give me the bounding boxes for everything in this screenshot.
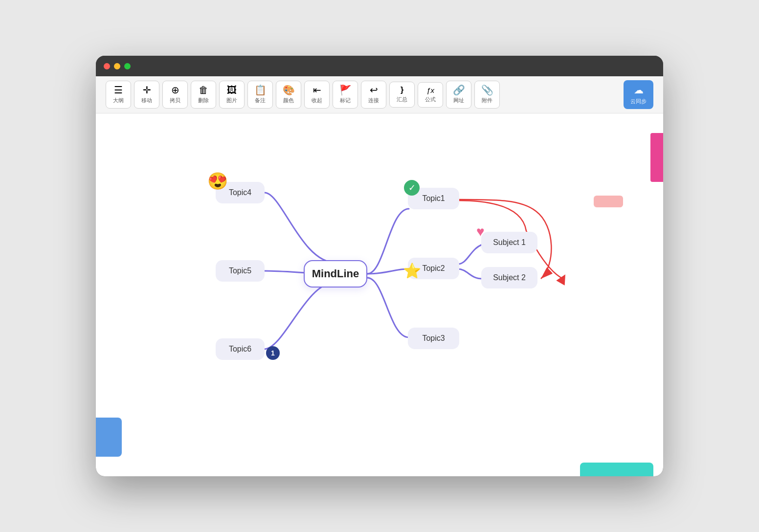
subject1-label: Subject 1 xyxy=(493,238,526,247)
url-button[interactable]: 🔗 网址 xyxy=(446,81,471,109)
topic3-label: Topic3 xyxy=(422,334,445,343)
topic4-label: Topic4 xyxy=(229,188,251,197)
image-label: 图片 xyxy=(226,97,237,104)
deco-pink xyxy=(650,133,663,182)
move-icon: ✛ xyxy=(143,85,151,95)
cloud-sync-button[interactable]: ☁ 云同步 xyxy=(624,80,653,109)
subject2-label: Subject 2 xyxy=(493,273,526,282)
minimize-button[interactable] xyxy=(114,63,120,69)
attach-button[interactable]: 📎 附件 xyxy=(474,81,500,109)
formula-label: 公式 xyxy=(425,96,436,103)
link-icon: ↩ xyxy=(370,85,378,95)
topic1-label: Topic1 xyxy=(422,194,445,203)
flag-label: 标记 xyxy=(340,97,351,104)
image-button[interactable]: 🖼 图片 xyxy=(219,81,245,109)
topic2-label: Topic2 xyxy=(422,264,445,273)
star-sticker: ⭐ xyxy=(403,262,421,279)
outline-icon: ☰ xyxy=(114,85,123,95)
cloud-icon: ☁ xyxy=(634,84,644,96)
heart-sticker: ♥ xyxy=(476,224,485,240)
outline-button[interactable]: ☰ 大纲 xyxy=(106,81,131,109)
outline-label: 大纲 xyxy=(113,97,124,104)
deco-blue-left xyxy=(96,418,122,457)
attach-label: 附件 xyxy=(482,97,492,104)
center-label: MindLine xyxy=(312,267,359,280)
delete-button[interactable]: 🗑 删除 xyxy=(191,81,216,109)
move-button[interactable]: ✛ 移动 xyxy=(134,81,159,109)
subject1-node[interactable]: Subject 1 xyxy=(481,232,537,253)
color-button[interactable]: 🎨 颜色 xyxy=(276,81,301,109)
subject2-node[interactable]: Subject 2 xyxy=(481,267,537,288)
flag-button[interactable]: 🚩 标记 xyxy=(333,81,358,109)
note-icon: 📋 xyxy=(254,85,267,95)
collapse-button[interactable]: ⇤ 收起 xyxy=(304,81,330,109)
note-label: 备注 xyxy=(255,97,266,104)
number-badge: 1 xyxy=(266,346,280,360)
delete-label: 删除 xyxy=(198,97,209,104)
attach-icon: 📎 xyxy=(481,85,493,95)
titlebar xyxy=(96,56,663,76)
move-label: 移动 xyxy=(141,97,152,104)
copy-icon: ⊕ xyxy=(171,85,179,95)
pink-rect-sticker xyxy=(594,196,623,207)
check-icon: ✓ xyxy=(408,182,416,193)
deco-teal xyxy=(580,463,653,476)
mindmap-canvas: MindLine Topic1 Topic2 Topic3 Topic4 Top… xyxy=(96,113,663,476)
collapse-icon: ⇤ xyxy=(313,85,321,95)
badge-number-label: 1 xyxy=(271,349,275,357)
toolbar: ☰ 大纲 ✛ 移动 ⊕ 拷贝 🗑 删除 🖼 图片 📋 备注 🎨 颜色 ⇤ xyxy=(96,76,663,113)
cloud-label: 云同步 xyxy=(630,98,647,105)
summary-label: 汇总 xyxy=(397,96,407,103)
url-label: 网址 xyxy=(453,97,464,104)
formula-button[interactable]: ƒx 公式 xyxy=(418,82,443,108)
topic6-node[interactable]: Topic6 xyxy=(216,338,265,360)
topic5-node[interactable]: Topic5 xyxy=(216,260,265,282)
flag-icon: 🚩 xyxy=(339,85,352,95)
emoji-sticker: 😍 xyxy=(207,171,228,191)
topic5-label: Topic5 xyxy=(229,266,251,275)
delete-icon: 🗑 xyxy=(199,85,208,95)
app-window: ☰ 大纲 ✛ 移动 ⊕ 拷贝 🗑 删除 🖼 图片 📋 备注 🎨 颜色 ⇤ xyxy=(96,56,663,476)
formula-icon: ƒx xyxy=(426,87,434,94)
check-badge: ✓ xyxy=(404,180,420,196)
url-icon: 🔗 xyxy=(453,85,465,95)
maximize-button[interactable] xyxy=(124,63,131,69)
topic6-label: Topic6 xyxy=(229,345,251,354)
link-label: 连接 xyxy=(368,97,379,104)
topic3-node[interactable]: Topic3 xyxy=(408,328,459,349)
color-icon: 🎨 xyxy=(283,85,295,95)
copy-button[interactable]: ⊕ 拷贝 xyxy=(162,81,188,109)
center-node[interactable]: MindLine xyxy=(304,260,367,288)
connections-svg xyxy=(96,113,663,476)
collapse-label: 收起 xyxy=(312,97,322,104)
copy-label: 拷贝 xyxy=(170,97,180,104)
note-button[interactable]: 📋 备注 xyxy=(247,81,273,109)
image-icon: 🖼 xyxy=(227,85,237,95)
summary-button[interactable]: } 汇总 xyxy=(389,82,415,108)
svg-marker-0 xyxy=(556,272,569,285)
summary-icon: } xyxy=(401,86,403,94)
close-button[interactable] xyxy=(104,63,110,69)
color-label: 颜色 xyxy=(283,97,294,104)
link-button[interactable]: ↩ 连接 xyxy=(361,81,386,109)
